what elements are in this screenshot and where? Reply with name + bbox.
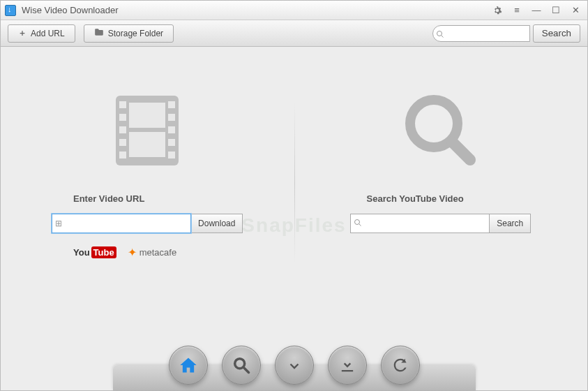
minimize-button[interactable]: — xyxy=(529,4,544,17)
plus-icon: ＋ xyxy=(18,27,27,39)
toolbar: ＋ Add URL Storage Folder Search xyxy=(1,20,587,47)
svg-rect-6 xyxy=(119,114,126,121)
svg-point-17 xyxy=(355,220,360,225)
top-search-button[interactable]: Search xyxy=(533,24,580,43)
search-icon xyxy=(436,30,444,40)
svg-line-16 xyxy=(452,142,470,160)
app-icon xyxy=(5,5,16,16)
svg-rect-7 xyxy=(119,126,126,133)
youtube-logo: YouTube xyxy=(73,246,116,259)
youtube-tube: Tube xyxy=(91,246,116,258)
menu-icon[interactable]: ≡ xyxy=(509,4,525,17)
folder-icon xyxy=(94,28,104,38)
film-small-icon: ⊞ xyxy=(55,219,62,228)
metacafe-star-icon: ✦ xyxy=(128,246,137,259)
settings-icon[interactable] xyxy=(490,4,505,17)
panel-divider xyxy=(294,103,295,263)
svg-rect-10 xyxy=(168,101,175,108)
search-small-icon xyxy=(354,219,362,229)
dock-download-button[interactable] xyxy=(275,346,314,385)
dock xyxy=(148,337,441,390)
svg-rect-4 xyxy=(129,132,165,157)
close-button[interactable]: ✕ xyxy=(568,4,583,17)
youtube-you: You xyxy=(73,247,90,258)
search-input-row: Search xyxy=(350,214,531,233)
dock-refresh-button[interactable] xyxy=(381,346,420,385)
metacafe-text: metacafe xyxy=(140,247,176,258)
dock-download-folder-button[interactable] xyxy=(328,346,367,385)
url-panel-label: Enter Video URL xyxy=(73,193,144,204)
svg-rect-13 xyxy=(168,139,175,146)
top-search: Search xyxy=(432,24,580,43)
storage-folder-button[interactable]: Storage Folder xyxy=(84,24,174,43)
add-url-button[interactable]: ＋ Add URL xyxy=(8,24,75,43)
dock-search-button[interactable] xyxy=(222,346,261,385)
svg-line-20 xyxy=(243,368,248,373)
svg-rect-14 xyxy=(168,152,175,158)
svg-rect-5 xyxy=(119,101,126,108)
magnifier-icon xyxy=(399,89,483,172)
svg-point-0 xyxy=(437,31,442,36)
svg-rect-3 xyxy=(129,103,165,128)
svg-line-18 xyxy=(359,224,361,226)
svg-line-1 xyxy=(441,35,443,37)
url-input[interactable] xyxy=(52,214,191,233)
svg-rect-11 xyxy=(168,114,175,121)
app-window: Wise Video Downloader ≡ — ☐ ✕ ＋ Add URL … xyxy=(0,0,588,391)
youtube-search-input[interactable] xyxy=(350,214,490,233)
svg-rect-8 xyxy=(119,139,126,146)
maximize-button[interactable]: ☐ xyxy=(548,4,564,17)
app-title: Wise Video Downloader xyxy=(22,5,490,15)
svg-rect-9 xyxy=(119,152,126,158)
search-panel-label: Search YouTube Video xyxy=(367,193,464,204)
film-icon xyxy=(105,89,189,172)
url-input-row: ⊞ Download xyxy=(52,214,243,233)
storage-folder-label: Storage Folder xyxy=(108,29,163,38)
supported-brands: YouTube ✦ metacafe xyxy=(73,246,176,259)
top-search-input[interactable] xyxy=(432,25,530,42)
titlebar: Wise Video Downloader ≡ — ☐ ✕ xyxy=(1,1,587,20)
window-controls: ≡ — ☐ ✕ xyxy=(490,4,583,17)
download-button[interactable]: Download xyxy=(191,214,243,233)
add-url-label: Add URL xyxy=(31,29,65,38)
main-content: SnapFiles Ent xyxy=(1,47,587,390)
svg-rect-12 xyxy=(168,126,175,133)
dock-home-button[interactable] xyxy=(169,346,208,385)
youtube-search-button[interactable]: Search xyxy=(490,214,531,233)
metacafe-logo: ✦ metacafe xyxy=(128,246,176,259)
